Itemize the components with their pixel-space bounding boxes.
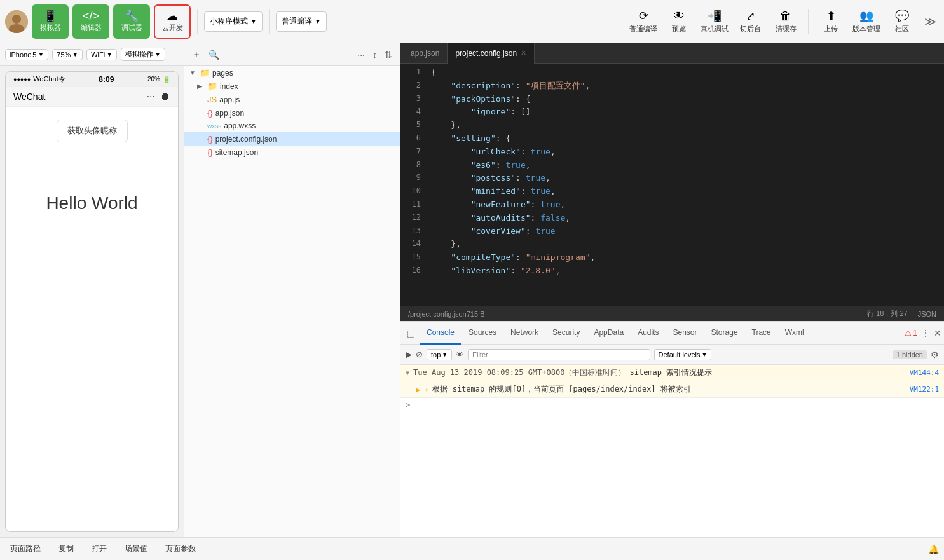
devtools-tabs: ⬚ Console Sources Network Security AppDa… bbox=[400, 322, 944, 345]
add-file-button[interactable]: ＋ bbox=[189, 46, 203, 63]
chevron-zoom-icon: ▼ bbox=[72, 51, 78, 58]
tree-item-appjson[interactable]: {} app.json bbox=[184, 106, 400, 120]
clear-console-icon[interactable]: ⊘ bbox=[416, 350, 423, 359]
preview-button[interactable]: 👁 预览 bbox=[663, 4, 695, 39]
wxss-file-icon: wxss bbox=[207, 123, 221, 130]
upload-button[interactable]: ⬆ 上传 bbox=[815, 4, 847, 39]
devtools-more-icon[interactable]: ✕ bbox=[934, 328, 941, 338]
upload-icon: ⬆ bbox=[826, 9, 836, 23]
tab-storage[interactable]: Storage bbox=[705, 322, 744, 345]
get-avatar-button[interactable]: 获取头像昵称 bbox=[57, 120, 128, 142]
community-button[interactable]: 💬 社区 bbox=[886, 4, 918, 39]
chevron-network-icon: ▼ bbox=[106, 51, 113, 58]
index-chevron: ▶ bbox=[197, 83, 205, 90]
inspect-icon[interactable]: ⬚ bbox=[403, 328, 419, 338]
tab-trace[interactable]: Trace bbox=[746, 322, 777, 345]
tab-security[interactable]: Security bbox=[546, 322, 586, 345]
avatar[interactable] bbox=[5, 10, 28, 33]
eye-icon[interactable]: 👁 bbox=[456, 350, 464, 359]
tab-project-config[interactable]: project.config.json ✕ bbox=[448, 43, 535, 64]
simulator-toolbar: iPhone 5 ▼ 75% ▼ WiFi ▼ 模拟操作 ▼ bbox=[0, 43, 184, 66]
tab-app-json[interactable]: app.json bbox=[403, 43, 448, 64]
code-editor[interactable]: 1 { 2 "description": "项目配置文件", 3 "packOp… bbox=[400, 64, 944, 306]
more-options-button[interactable]: ··· bbox=[355, 47, 367, 62]
editor-statusbar: /project.config.json 715 B 行 18，列 27 JSO… bbox=[400, 306, 944, 321]
tree-item-index[interactable]: ▶ 📁 index bbox=[184, 79, 400, 93]
carrier-label: WeChat令 bbox=[33, 74, 65, 84]
language-label: JSON bbox=[918, 310, 936, 318]
tab-project-config-label: project.config.json bbox=[455, 49, 517, 58]
console-settings-icon[interactable]: ⚙ bbox=[931, 350, 939, 360]
simulate-action-select[interactable]: 模拟操作 ▼ bbox=[121, 48, 165, 61]
copy-button[interactable]: 复制 bbox=[53, 541, 79, 557]
tab-sources[interactable]: Sources bbox=[462, 322, 503, 345]
code-line-16: 16 "libVersion": "2.8.0", bbox=[400, 264, 944, 278]
context-select[interactable]: top ▼ bbox=[427, 349, 452, 360]
log-sitemap-text: sitemap 索引情况提示 bbox=[629, 367, 712, 378]
status-left: ●●●●● WeChat令 bbox=[13, 74, 65, 84]
devtools-right: ⚠ 1 ⋮ ✕ bbox=[905, 328, 941, 338]
tab-network[interactable]: Network bbox=[504, 322, 545, 345]
backend-button[interactable]: ⤤ 切后台 bbox=[734, 4, 766, 39]
version-button[interactable]: 👥 版本管理 bbox=[851, 4, 882, 39]
editor-area: app.json project.config.json ✕ 1 { 2 "de… bbox=[400, 43, 944, 537]
cursor-position: 行 18，列 27 bbox=[867, 309, 908, 318]
warning-text: 根据 sitemap 的规则[0]，当前页面 [pages/index/inde… bbox=[432, 384, 690, 395]
code-line-8: 8 "es6": true, bbox=[400, 159, 944, 172]
execute-icon[interactable]: ▶ bbox=[406, 350, 412, 359]
chevron-device-icon: ▼ bbox=[38, 51, 44, 58]
tree-item-sitemap[interactable]: {} sitemap.json bbox=[184, 146, 400, 159]
nav-record-icon[interactable]: ⏺ bbox=[160, 91, 170, 102]
tab-wxml[interactable]: Wxml bbox=[779, 322, 811, 345]
debugger-button[interactable]: 🔧 调试器 bbox=[113, 4, 150, 39]
open-button[interactable]: 打开 bbox=[86, 541, 112, 557]
index-folder-icon: 📁 bbox=[207, 81, 217, 91]
search-button[interactable]: 🔍 bbox=[206, 47, 222, 62]
collapse-button[interactable]: ↕ bbox=[370, 47, 380, 62]
tree-item-projectconfig[interactable]: {} project.config.json bbox=[184, 132, 400, 146]
code-line-9: 9 "postcss": true, bbox=[400, 172, 944, 185]
tab-close-icon[interactable]: ✕ bbox=[521, 49, 526, 57]
cloud-button[interactable]: ☁ 云开发 bbox=[154, 4, 191, 39]
log-levels-select[interactable]: Default levels ▼ bbox=[654, 349, 712, 360]
tree-item-appwxss[interactable]: wxss app.wxss bbox=[184, 120, 400, 132]
iphone-label: iPhone bbox=[10, 51, 31, 58]
tab-console[interactable]: Console bbox=[420, 322, 461, 345]
page-params-button[interactable]: 页面参数 bbox=[160, 541, 201, 557]
config-file-icon: {} bbox=[207, 134, 213, 144]
device-select[interactable]: iPhone 5 ▼ bbox=[5, 49, 48, 60]
network-select[interactable]: WiFi ▼ bbox=[86, 49, 117, 60]
tree-item-appjs[interactable]: JS app.js bbox=[184, 93, 400, 106]
bell-icon[interactable]: 🔔 bbox=[928, 544, 939, 554]
compile-button[interactable]: ⟳ 普通编译 bbox=[627, 4, 659, 39]
signal-icon: ●●●●● bbox=[13, 76, 31, 83]
warning-link[interactable]: VM122:1 bbox=[910, 385, 939, 393]
simulator-button[interactable]: 📱 模拟器 bbox=[32, 4, 69, 39]
console-filter-input[interactable] bbox=[468, 349, 650, 360]
tree-item-pages[interactable]: ▼ 📁 pages bbox=[184, 66, 400, 79]
compile-select[interactable]: 普通编译 ▼ bbox=[276, 11, 327, 32]
nav-menu-icon[interactable]: ··· bbox=[147, 91, 155, 102]
scene-button[interactable]: 场景值 bbox=[120, 541, 153, 557]
log-link-1[interactable]: VM144:4 bbox=[910, 369, 939, 377]
sort-button[interactable]: ⇅ bbox=[382, 47, 395, 62]
pages-folder-icon: 📁 bbox=[200, 68, 210, 78]
editor-button[interactable]: </> 编辑器 bbox=[72, 4, 109, 39]
zoom-select[interactable]: 75% ▼ bbox=[52, 49, 83, 60]
log-group-header[interactable]: ▼ Tue Aug 13 2019 08:09:25 GMT+0800（中国标准… bbox=[400, 365, 944, 381]
devtools-menu-icon[interactable]: ⋮ bbox=[921, 328, 930, 338]
tab-sensor[interactable]: Sensor bbox=[667, 322, 704, 345]
mini-mode-select[interactable]: 小程序模式 ▼ bbox=[204, 11, 263, 32]
tab-appdata[interactable]: AppData bbox=[587, 322, 630, 345]
clear-button[interactable]: 🗑 清缓存 bbox=[770, 4, 802, 39]
code-line-14: 14 }, bbox=[400, 238, 944, 251]
more-button[interactable]: ≫ bbox=[922, 12, 939, 31]
page-path-button[interactable]: 页面路径 bbox=[5, 541, 46, 557]
filetree-toolbar: ＋ 🔍 ··· ↕ ⇅ bbox=[184, 43, 400, 66]
console-prompt[interactable]: > bbox=[400, 398, 944, 412]
real-debug-button[interactable]: 📲 真机调试 bbox=[699, 4, 730, 39]
tab-audits[interactable]: Audits bbox=[631, 322, 665, 345]
log-warning-1[interactable]: ▶ ⚠ 根据 sitemap 的规则[0]，当前页面 [pages/index/… bbox=[400, 381, 944, 397]
code-line-2: 2 "description": "项目配置文件", bbox=[400, 79, 944, 93]
code-line-15: 15 "compileType": "miniprogram", bbox=[400, 251, 944, 264]
